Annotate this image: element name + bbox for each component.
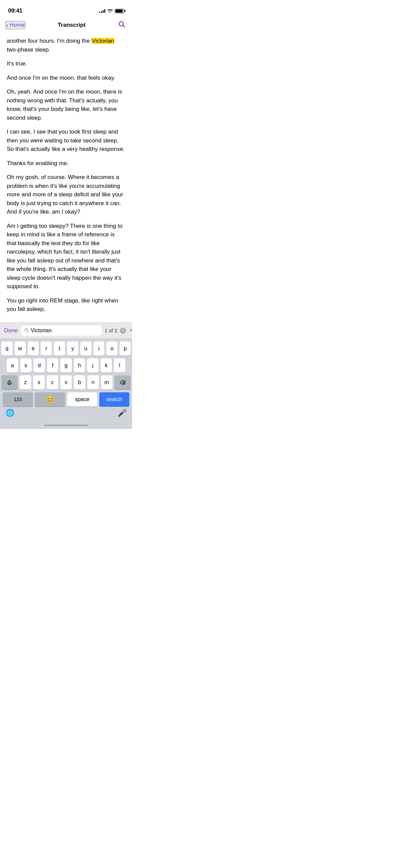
- globe-icon[interactable]: 🌐: [5, 409, 15, 417]
- keyboard-row-3: z x c v b n m: [0, 373, 132, 390]
- key-t[interactable]: t: [54, 341, 65, 356]
- highlighted-word: Victorian: [91, 38, 114, 44]
- keyboard-bottom-row: 123 😊 space search: [0, 390, 132, 407]
- key-e[interactable]: e: [28, 341, 39, 356]
- find-prev-button[interactable]: [129, 327, 132, 334]
- key-numbers[interactable]: 123: [3, 392, 33, 407]
- home-indicator: [44, 425, 88, 426]
- back-label: Home: [9, 22, 25, 28]
- keyboard-row-1: q w e r t y u i o p: [0, 339, 132, 356]
- search-key[interactable]: search: [99, 392, 129, 407]
- find-input-wrapper: [21, 326, 102, 336]
- keyboard-bottom: [0, 417, 132, 429]
- key-u[interactable]: u: [80, 341, 91, 356]
- signal-icon: [99, 9, 105, 13]
- page-title: Transcript: [58, 22, 85, 28]
- key-b[interactable]: b: [74, 375, 85, 390]
- mic-icon[interactable]: 🎤: [118, 409, 127, 417]
- clear-icon: ×: [122, 329, 124, 332]
- find-count: 1 of 2: [105, 328, 118, 333]
- paragraph-1: another four hours. I'm doing the Victor…: [7, 37, 125, 54]
- paragraph-3: And once I'm on the moon, that feels oka…: [7, 74, 125, 82]
- key-c[interactable]: c: [47, 375, 58, 390]
- key-d[interactable]: d: [34, 358, 45, 373]
- find-bar: Done 1 of 2 ×: [0, 322, 132, 339]
- find-nav-buttons: [129, 327, 132, 334]
- paragraph-5: I can see, I see that you took first sle…: [7, 127, 125, 154]
- nav-bar: ‹ Home Transcript: [0, 17, 132, 33]
- find-search-icon: [24, 328, 29, 333]
- key-i[interactable]: i: [93, 341, 105, 356]
- status-icons: [99, 8, 124, 14]
- find-clear-button[interactable]: ×: [120, 328, 126, 334]
- battery-icon: [115, 9, 124, 13]
- search-button[interactable]: [118, 20, 125, 30]
- key-s[interactable]: s: [20, 358, 32, 373]
- key-g[interactable]: g: [60, 358, 72, 373]
- paragraph-8: Am I getting too sleepy? There is one th…: [7, 222, 125, 291]
- key-a[interactable]: a: [7, 358, 18, 373]
- key-space[interactable]: space: [67, 392, 97, 407]
- key-emoji[interactable]: 😊: [35, 392, 65, 407]
- find-input[interactable]: [31, 328, 99, 334]
- svg-rect-4: [8, 383, 10, 384]
- key-delete[interactable]: [114, 375, 131, 390]
- svg-line-1: [123, 25, 125, 27]
- paragraph-2: It's true.: [7, 59, 125, 68]
- key-m[interactable]: m: [101, 375, 112, 390]
- key-f[interactable]: f: [47, 358, 59, 373]
- key-r[interactable]: r: [41, 341, 52, 356]
- paragraph-4: Oh, yeah. And once I'm on the moon, ther…: [7, 87, 125, 122]
- key-o[interactable]: o: [106, 341, 118, 356]
- key-y[interactable]: y: [67, 341, 78, 356]
- wifi-icon: [107, 8, 113, 14]
- find-done-button[interactable]: Done: [4, 327, 18, 334]
- key-v[interactable]: v: [60, 375, 72, 390]
- paragraph-6: Thanks for enabling me.: [7, 159, 125, 168]
- key-h[interactable]: h: [74, 358, 85, 373]
- paragraph-9: You go right into REM stage, like right …: [7, 296, 125, 314]
- key-shift[interactable]: [1, 375, 18, 390]
- key-w[interactable]: w: [15, 341, 26, 356]
- key-k[interactable]: k: [101, 358, 112, 373]
- status-time: 09:41: [8, 7, 22, 14]
- back-chevron-icon: ‹: [6, 22, 8, 28]
- keyboard-row-2: a s d f g h j k l: [0, 356, 132, 373]
- status-bar: 09:41: [0, 0, 132, 17]
- key-x[interactable]: x: [33, 375, 45, 390]
- key-n[interactable]: n: [87, 375, 99, 390]
- key-j[interactable]: j: [87, 358, 99, 373]
- svg-line-3: [27, 331, 28, 332]
- key-q[interactable]: q: [1, 341, 13, 356]
- transcript-content: another four hours. I'm doing the Victor…: [0, 33, 132, 322]
- key-z[interactable]: z: [20, 375, 31, 390]
- key-p[interactable]: p: [120, 341, 131, 356]
- back-button[interactable]: ‹ Home: [5, 21, 25, 29]
- paragraph-7: Oh my gosh, of course. Where it becomes …: [7, 173, 125, 216]
- key-l[interactable]: l: [114, 358, 125, 373]
- keyboard: q w e r t y u i o p a s d f g h j k l z …: [0, 339, 132, 429]
